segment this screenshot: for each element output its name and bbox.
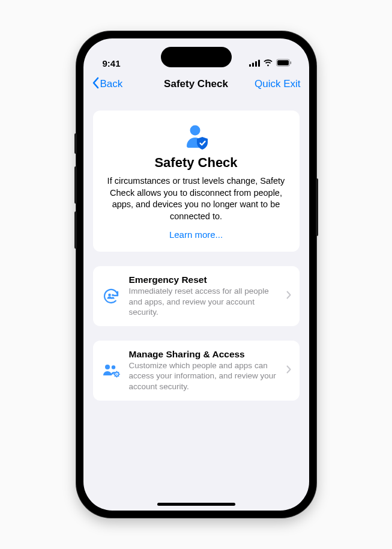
chevron-left-icon xyxy=(92,77,99,92)
emergency-reset-title: Emergency Reset xyxy=(129,274,278,285)
emergency-reset-desc: Immediately reset access for all people … xyxy=(129,286,278,318)
manage-sharing-text: Manage Sharing & Access Customize which … xyxy=(129,349,278,392)
page-title: Safety Check xyxy=(164,78,228,90)
manage-sharing-title: Manage Sharing & Access xyxy=(129,349,278,360)
svg-point-7 xyxy=(190,126,200,136)
manage-sharing-icon xyxy=(101,363,121,378)
svg-point-13 xyxy=(116,374,117,375)
phone-frame: 9:41 Back Safety Check Qu xyxy=(76,31,316,518)
emergency-reset-row[interactable]: Emergency Reset Immediately reset access… xyxy=(93,266,300,326)
back-button[interactable]: Back xyxy=(92,77,123,92)
wifi-icon xyxy=(263,58,273,68)
emergency-reset-icon xyxy=(101,287,121,305)
volume-down-button xyxy=(74,211,77,249)
intro-card: Safety Check If circumstances or trust l… xyxy=(93,111,300,252)
volume-up-button xyxy=(74,166,77,204)
svg-line-20 xyxy=(118,372,118,373)
screen: 9:41 Back Safety Check Qu xyxy=(83,38,309,511)
svg-line-18 xyxy=(115,372,115,373)
svg-point-11 xyxy=(111,365,115,369)
svg-point-10 xyxy=(105,365,110,369)
svg-rect-2 xyxy=(255,61,257,67)
nav-bar: Back Safety Check Quick Exit xyxy=(83,71,309,97)
svg-rect-0 xyxy=(249,64,251,67)
learn-more-link[interactable]: Learn more... xyxy=(105,229,288,240)
svg-point-8 xyxy=(108,294,111,297)
status-right xyxy=(249,58,292,68)
manage-sharing-desc: Customize which people and apps can acce… xyxy=(129,360,278,392)
svg-rect-1 xyxy=(252,63,254,67)
chevron-right-icon xyxy=(286,365,291,376)
side-button xyxy=(74,133,77,154)
home-indicator[interactable] xyxy=(157,503,235,506)
back-label: Back xyxy=(100,78,123,90)
svg-line-21 xyxy=(115,375,115,376)
status-time: 9:41 xyxy=(103,58,121,68)
emergency-reset-text: Emergency Reset Immediately reset access… xyxy=(129,274,278,318)
content-area: Safety Check If circumstances or trust l… xyxy=(83,97,309,511)
quick-exit-button[interactable]: Quick Exit xyxy=(255,78,301,90)
chevron-right-icon xyxy=(286,291,291,302)
hero-title: Safety Check xyxy=(105,155,288,171)
svg-line-19 xyxy=(118,375,118,376)
svg-rect-3 xyxy=(258,60,260,67)
svg-point-9 xyxy=(112,294,114,296)
svg-rect-5 xyxy=(277,60,289,65)
dynamic-island xyxy=(161,47,232,67)
battery-icon xyxy=(276,58,292,68)
hero-description: If circumstances or trust levels change,… xyxy=(105,175,288,222)
safety-check-icon xyxy=(105,124,288,150)
svg-rect-6 xyxy=(290,61,291,64)
manage-sharing-row[interactable]: Manage Sharing & Access Customize which … xyxy=(93,341,300,401)
power-button xyxy=(316,178,318,236)
cellular-icon xyxy=(249,58,260,68)
